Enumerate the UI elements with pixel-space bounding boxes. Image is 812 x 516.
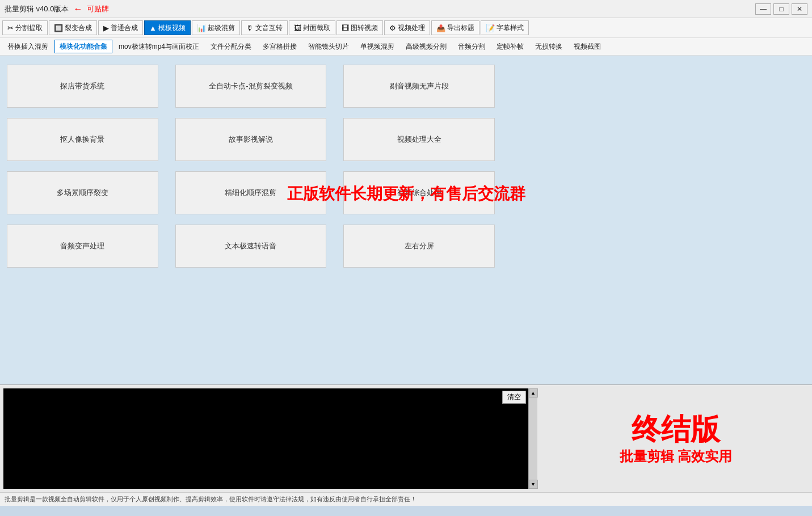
toolbar1-btn-imgvid[interactable]: 🎞图转视频	[336, 20, 383, 35]
crack-icon: 🔲	[54, 24, 63, 32]
split-label: 分割提取	[15, 23, 43, 33]
toolbar1-btn-export[interactable]: 📤导出标题	[431, 20, 479, 35]
log-area: 清空 ▲ ▼	[3, 388, 537, 489]
toolbar-row2: 替换插入混剪模块化功能合集mov极速转mp4与画面校正文件分配分类多宫格拼接智能…	[0, 38, 812, 56]
toolbar1-btn-tts[interactable]: 🎙文音互转	[241, 20, 288, 35]
func-btn-autocrack[interactable]: 全自动卡点-混剪裂变视频	[175, 65, 327, 108]
func-btn-audiofx[interactable]: 音频变声处理	[7, 225, 158, 268]
tts-label: 文音互转	[255, 23, 283, 33]
func-btn-vidcomp[interactable]: 视频综合处理	[343, 171, 495, 214]
func-btn-story[interactable]: 故事影视解说	[175, 118, 327, 161]
export-icon: 📤	[436, 24, 445, 32]
tts-icon: 🎙	[246, 24, 254, 32]
window-controls: — □ ✕	[755, 3, 807, 15]
split-icon: ✂	[7, 24, 14, 32]
subtitle-icon: 📝	[486, 24, 495, 32]
normal-icon: ▶	[103, 24, 109, 32]
arrow-icon: ←	[73, 4, 82, 14]
toolbar1-btn-vidproc[interactable]: ⚙视频处理	[384, 20, 430, 35]
toolbar2-btn-multigrid[interactable]: 多宫格拼接	[258, 40, 302, 53]
toolbar2-btn-modular[interactable]: 模块化功能合集	[54, 40, 112, 53]
toolbar1-btn-subtitle[interactable]: 📝字幕样式	[481, 20, 529, 35]
func-btn-multiscene[interactable]: 多场景顺序裂变	[7, 171, 158, 214]
clear-log-button[interactable]: 清空	[502, 391, 526, 404]
status-text: 批量剪辑是一款视频全自动剪辑软件，仅用于个人原创视频制作、提高剪辑效率，使用软件…	[5, 495, 416, 504]
toolbar1-btn-split[interactable]: ✂分割提取	[2, 20, 48, 35]
log-scrollbar[interactable]: ▲ ▼	[528, 388, 537, 489]
scroll-down-arrow[interactable]: ▼	[529, 480, 538, 489]
status-bar: 批量剪辑是一款视频全自动剪辑软件，仅用于个人原创视频制作、提高剪辑效率，使用软件…	[0, 492, 812, 506]
imgvid-icon: 🎞	[342, 24, 349, 32]
func-btn-shop[interactable]: 探店带货系统	[7, 65, 158, 108]
toolbar2-btn-smartcut[interactable]: 智能镜头切片	[303, 40, 354, 53]
toolbar2-btn-advancedsplit[interactable]: 高级视频分割	[401, 40, 452, 53]
normal-label: 普通合成	[111, 23, 138, 33]
title-bar: 批量剪辑 v40.0版本 ← 可贴牌 — □ ✕	[0, 0, 812, 18]
template-icon: ▲	[149, 24, 157, 32]
crack-label: 裂变合成	[65, 23, 92, 33]
export-label: 导出标题	[447, 23, 474, 33]
bottom-section: 清空 ▲ ▼ 终结版 批量剪辑 高效实用	[0, 384, 812, 492]
annotation-text: 可贴牌	[87, 4, 109, 14]
toolbar1-btn-crack[interactable]: 🔲裂变合成	[49, 20, 97, 35]
subtitle-label: 字幕样式	[497, 23, 524, 33]
func-btn-texttts[interactable]: 文本极速转语音	[175, 225, 327, 268]
supermix-icon: 📊	[197, 24, 206, 32]
toolbar-row1: ✂分割提取🔲裂变合成▶普通合成▲模板视频📊超级混剪🎙文音互转🖼封面截取🎞图转视频…	[0, 18, 812, 38]
toolbar1-btn-normal[interactable]: ▶普通合成	[98, 20, 143, 35]
scroll-up-arrow[interactable]: ▲	[529, 388, 538, 397]
toolbar2-btn-fileclassify[interactable]: 文件分配分类	[205, 40, 256, 53]
toolbar2-btn-vidcapture[interactable]: 视频截图	[569, 40, 606, 53]
vidproc-icon: ⚙	[389, 24, 396, 32]
right-panel: 终结版 批量剪辑 高效实用	[540, 385, 812, 492]
final-subtitle: 批量剪辑 高效实用	[620, 447, 733, 466]
app-title: 批量剪辑 v40.0版本	[5, 4, 69, 14]
cover-label: 封面截取	[303, 23, 330, 33]
template-label: 模板视频	[158, 23, 186, 33]
main-content: 探店带货系统全自动卡点-混剪裂变视频剔音视频无声片段抠人像换背景故事影视解说视频…	[0, 56, 812, 384]
toolbar2-btn-singlemix[interactable]: 单视频混剪	[355, 40, 399, 53]
toolbar1-btn-supermix[interactable]: 📊超级混剪	[192, 20, 240, 35]
toolbar1-btn-template[interactable]: ▲模板视频	[144, 20, 191, 35]
toolbar2-btn-framecomp[interactable]: 定帧补帧	[491, 40, 529, 53]
func-btn-mute[interactable]: 剔音视频无声片段	[343, 65, 495, 108]
function-grid: 探店带货系统全自动卡点-混剪裂变视频剔音视频无声片段抠人像换背景故事影视解说视频…	[7, 65, 495, 268]
imgvid-label: 图转视频	[351, 23, 378, 33]
func-btn-finedmix[interactable]: 精细化顺序混剪	[175, 171, 327, 214]
toolbar2-btn-lossless[interactable]: 无损转换	[530, 40, 567, 53]
func-btn-matting[interactable]: 抠人像换背景	[7, 118, 158, 161]
close-button[interactable]: ✕	[792, 3, 807, 15]
maximize-button[interactable]: □	[773, 3, 789, 15]
cover-icon: 🖼	[294, 24, 301, 32]
toolbar2-btn-audiosplit[interactable]: 音频分割	[453, 40, 490, 53]
supermix-label: 超级混剪	[208, 23, 235, 33]
func-btn-splitscreen[interactable]: 左右分屏	[343, 225, 495, 268]
toolbar2-btn-movfix[interactable]: mov极速转mp4与画面校正	[113, 40, 204, 53]
func-btn-vidproc[interactable]: 视频处理大全	[343, 118, 495, 161]
toolbar1-btn-cover[interactable]: 🖼封面截取	[289, 20, 335, 35]
title-bar-left: 批量剪辑 v40.0版本 ← 可贴牌	[5, 4, 109, 14]
minimize-button[interactable]: —	[755, 3, 771, 15]
vidproc-label: 视频处理	[398, 23, 425, 33]
toolbar2-btn-replaceinsert[interactable]: 替换插入混剪	[2, 40, 53, 53]
final-title: 终结版	[632, 412, 720, 447]
